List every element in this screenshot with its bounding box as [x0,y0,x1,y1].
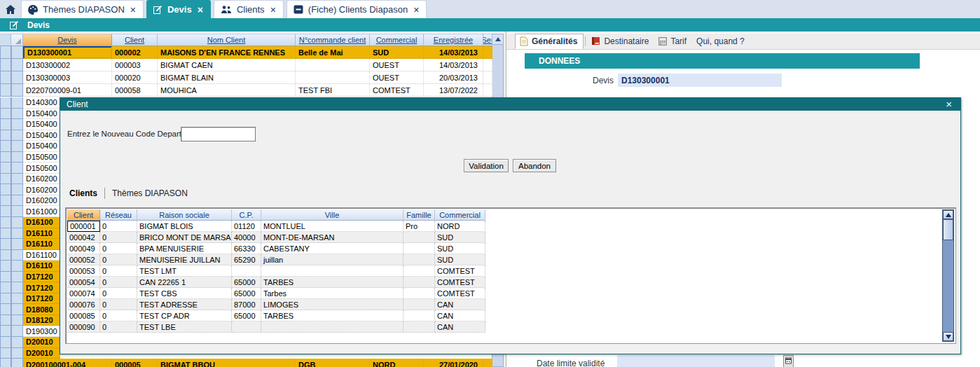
row-selector[interactable] [11,184,23,195]
row-selector[interactable] [11,228,23,240]
row-selector[interactable] [11,282,23,293]
row-selector[interactable] [11,59,23,71]
row-selector[interactable] [0,359,11,367]
row-selector[interactable] [11,206,23,217]
row-selector[interactable] [11,84,23,97]
table-row[interactable]: 0000540CAN 22265 165000TARBESCOMTEST [67,277,485,288]
close-icon[interactable]: × [413,5,420,15]
close-icon[interactable]: × [197,5,204,15]
row-selector[interactable] [0,261,11,272]
table-row[interactable]: D160200 [0,195,60,207]
row-selector[interactable] [11,239,23,250]
column-header-commercial[interactable]: Commercial [370,34,424,46]
row-selector[interactable] [0,228,11,240]
row-selector[interactable] [0,250,11,261]
row-selector[interactable] [0,206,11,217]
row-selector[interactable] [11,337,23,348]
row-selector[interactable] [11,141,23,152]
scroll-down-button[interactable] [943,332,953,341]
table-row[interactable]: D161000 [0,206,60,217]
row-selector[interactable] [11,109,23,120]
table-row[interactable]: D150400 [0,109,60,120]
tab-clients[interactable]: Clients× [214,0,284,18]
table-row[interactable]: D16110 [0,261,60,272]
close-icon[interactable]: × [946,98,952,111]
table-row[interactable]: D16110 [0,239,60,250]
close-icon[interactable]: × [270,5,277,15]
column-header-client[interactable]: Client [67,209,100,221]
scroll-thumb[interactable] [943,219,953,240]
table-row[interactable]: D140300 [0,97,60,109]
column-header-r-seau[interactable]: Réseau [100,209,137,221]
table-row[interactable]: D16110 [0,228,60,240]
row-selector[interactable] [11,304,23,315]
row-selector[interactable] [0,119,11,130]
tab-themes-diapason[interactable]: Thèmes DIAPASON [112,188,188,198]
row-selector[interactable] [11,261,23,272]
row-selector[interactable] [11,174,23,185]
row-selector[interactable] [11,217,23,228]
table-row[interactable]: D130300003000020BIGMAT BLAINOUEST20/03/2… [0,71,492,84]
table-row[interactable]: D200100001-004000005BIGMAT BBOUDGBNORD27… [0,359,492,367]
table-row[interactable]: 0000900TEST LBECAN [67,321,485,333]
table-row[interactable]: D161100 [0,250,60,261]
tab-destinataire[interactable]: Destinataire [587,34,654,49]
column-header-nom-client[interactable]: Nom Client [158,34,296,46]
row-selector[interactable] [11,293,23,305]
table-row[interactable]: 0000010BIGMAT BLOIS01120MONTLUELProNORD [67,221,485,232]
table-row[interactable]: D17120 [0,282,60,293]
column-header-devis[interactable]: Devis [23,34,112,46]
dialog-titlebar[interactable]: Client × [60,98,960,111]
table-row[interactable]: D20010 [0,348,60,359]
table-row[interactable]: D130300002000003BIGMAT CAENOUEST14/03/20… [0,59,492,71]
table-row[interactable]: 0000760TEST ADRESSE87000LIMOGESCAN [67,299,485,310]
row-selector[interactable] [0,59,11,71]
row-selector[interactable] [0,141,11,152]
row-selector[interactable] [0,84,11,97]
table-row[interactable]: 0000490BPA MENUISERIE66330CABESTANYSUD [67,243,485,254]
row-selector[interactable] [0,337,11,348]
column-header-n-commande-client[interactable]: N°commande client [296,34,370,46]
row-selector[interactable] [0,109,11,120]
tab-qui-quand-[interactable]: Qui, quand ? [692,34,750,49]
row-selector[interactable] [11,250,23,261]
table-row[interactable]: D150400 [0,141,60,152]
home-tab[interactable] [0,0,21,18]
column-header-commercial[interactable]: Commercial [435,209,485,221]
table-row[interactable]: D150500 [0,162,60,174]
tab-devis[interactable]: Devis× [146,0,211,18]
row-selector[interactable] [0,97,11,109]
row-selector[interactable] [0,282,11,293]
scroll-up-button[interactable] [943,210,953,219]
tab-clients[interactable]: Clients [69,188,97,198]
column-header-enregistr-e[interactable]: Enregistrée [424,34,483,46]
row-selector[interactable] [11,359,23,367]
table-row[interactable]: D130300001000002MAISONS D'EN FRANCE RENN… [0,46,492,59]
table-row[interactable]: D20010 [0,337,60,348]
row-selector[interactable] [11,272,23,283]
row-selector[interactable] [0,304,11,315]
row-selector[interactable] [0,46,11,59]
table-row[interactable]: D18080 [0,304,60,315]
tab-g-n-ralit-s[interactable]: Généralités [515,34,584,49]
date-picker-button[interactable] [783,355,794,367]
column-header-ser[interactable]: Ser [483,34,492,46]
row-selector[interactable] [0,174,11,185]
row-selector[interactable] [11,152,23,163]
table-row[interactable]: D160200 [0,184,60,195]
row-selector[interactable] [0,152,11,163]
row-selector[interactable] [0,71,11,84]
column-header-raison-sociale[interactable]: Raison sociale [137,209,232,221]
row-selector[interactable] [11,130,23,141]
tab--fiche-clients-diapason[interactable]: (Fiche) Clients Diapason× [287,0,427,18]
table-row[interactable]: D17120 [0,293,60,305]
row-selector[interactable] [0,272,11,283]
table-row[interactable]: D18120 [0,315,60,326]
row-selector[interactable] [0,162,11,174]
column-header-client[interactable]: Client [112,34,158,46]
row-selector[interactable] [0,217,11,228]
tab-th-mes-diapason[interactable]: Thèmes DIAPASON× [21,0,144,18]
abandon-button[interactable]: Abandon [513,159,556,172]
code-depart-input[interactable] [181,127,256,141]
devis-field-value[interactable]: D130300001 [618,74,782,87]
